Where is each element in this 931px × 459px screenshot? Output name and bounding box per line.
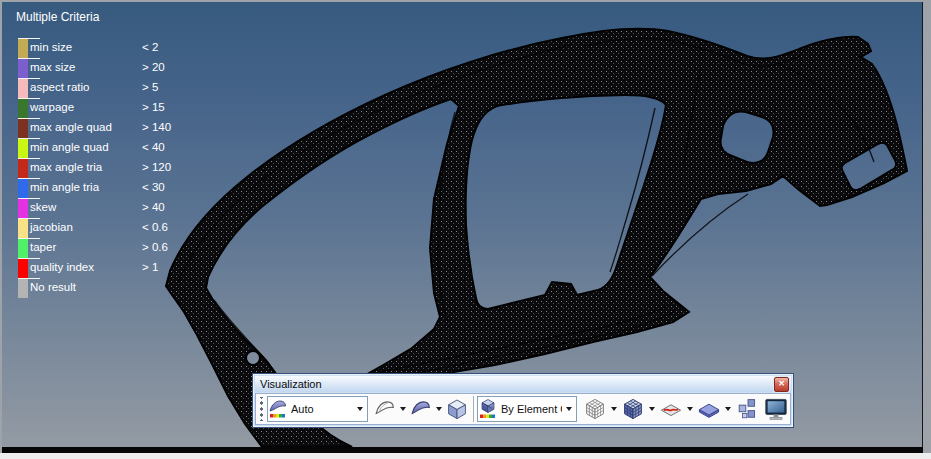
- entity-color-value: By Element Qu: [498, 403, 562, 415]
- legend-value: > 140: [142, 121, 171, 133]
- wireframe-surface-icon: [373, 398, 397, 420]
- legend-row: max size > 20: [18, 58, 233, 78]
- legend-row: No result: [18, 278, 233, 298]
- legend-label: min size: [30, 41, 72, 53]
- legend-label: min angle tria: [30, 181, 99, 193]
- legend-swatch: [18, 39, 28, 58]
- legend-title: Multiple Criteria: [16, 10, 99, 24]
- close-button[interactable]: ✕: [774, 377, 789, 392]
- legend-row: jacobian < 0.6: [18, 218, 233, 238]
- legend-row: max angle quad > 140: [18, 118, 233, 138]
- blue-plate-icon: [696, 397, 722, 421]
- chevron-down-icon: [649, 407, 655, 411]
- legend-value: > 1: [142, 261, 158, 273]
- close-icon: ✕: [778, 379, 785, 388]
- chevron-down-icon: [687, 407, 693, 411]
- visualization-window: Visualization ✕ Auto: [252, 373, 794, 428]
- colored-cube-rainbow-icon: [478, 398, 498, 420]
- chevron-down-icon: [400, 407, 406, 411]
- legend-row: quality index > 1: [18, 258, 233, 278]
- legend-swatch: [18, 59, 28, 78]
- shell-plate-dropdown[interactable]: [723, 397, 733, 421]
- legend-value: > 120: [142, 161, 171, 173]
- legend-label: max size: [30, 61, 75, 73]
- visualization-toolbar: Auto: [255, 393, 791, 425]
- quality-criteria-legend: min size < 2 max size > 20 aspect ratio …: [18, 38, 233, 298]
- legend-value: < 40: [142, 141, 165, 153]
- shaded-cube-icon: [445, 397, 469, 421]
- shaded-elements-dropdown[interactable]: [647, 397, 657, 421]
- legend-swatch: [18, 139, 28, 158]
- screen-render-button[interactable]: [763, 397, 789, 421]
- drag-handle[interactable]: [259, 397, 264, 421]
- chevron-down-icon: [436, 407, 442, 411]
- legend-row: max angle tria > 120: [18, 158, 233, 178]
- red-feature-line-plate-icon: [658, 397, 684, 421]
- legend-row: aspect ratio > 5: [18, 78, 233, 98]
- toolbar-separator: [473, 396, 474, 422]
- legend-swatch: [18, 179, 28, 198]
- wireframe-surface-dropdown[interactable]: [398, 397, 408, 421]
- wireframe-elements-button[interactable]: [581, 397, 609, 421]
- wireframe-elements-dropdown[interactable]: [609, 397, 619, 421]
- chevron-down-icon[interactable]: [357, 407, 363, 411]
- legend-label: jacobian: [30, 221, 73, 233]
- legend-value: < 0.6: [142, 221, 168, 233]
- feature-lines-button[interactable]: [657, 397, 685, 421]
- shaded-surface-icon: [409, 398, 433, 420]
- legend-swatch: [18, 79, 28, 98]
- feature-lines-dropdown[interactable]: [685, 397, 695, 421]
- legend-value: > 0.6: [142, 241, 168, 253]
- legend-value: > 20: [142, 61, 165, 73]
- scattered-cubes-icon: [737, 398, 759, 420]
- legend-row: warpage > 15: [18, 98, 233, 118]
- monitor-icon: [764, 397, 788, 421]
- legend-value: > 40: [142, 201, 165, 213]
- chevron-down-icon[interactable]: [566, 407, 572, 411]
- legend-label: skew: [30, 201, 56, 213]
- legend-value: < 30: [142, 181, 165, 193]
- shaded-surface-button[interactable]: [408, 397, 434, 421]
- wireframe-surface-button[interactable]: [372, 397, 398, 421]
- legend-swatch: [18, 279, 28, 298]
- legend-swatch: [18, 239, 28, 258]
- application-window: Multiple Criteria min size < 2 max size …: [0, 0, 931, 459]
- shaded-surface-dropdown[interactable]: [434, 397, 444, 421]
- legend-row: min angle quad < 40: [18, 138, 233, 158]
- legend-label: aspect ratio: [30, 81, 89, 93]
- shading-mode-value: Auto: [288, 403, 353, 415]
- solid-view-button[interactable]: [444, 397, 470, 421]
- chevron-down-icon: [611, 407, 617, 411]
- shading-mode-combo[interactable]: Auto: [267, 396, 368, 422]
- legend-swatch: [18, 99, 28, 118]
- legend-label: warpage: [30, 101, 74, 113]
- legend-label: No result: [30, 281, 76, 293]
- legend-label: taper: [30, 241, 56, 253]
- legend-label: quality index: [30, 261, 94, 273]
- legend-row: taper > 0.6: [18, 238, 233, 258]
- legend-swatch: [18, 199, 28, 218]
- shaded-grid-cube-icon: [620, 397, 646, 421]
- chevron-down-icon: [725, 407, 731, 411]
- entity-color-combo[interactable]: By Element Qu: [477, 396, 577, 422]
- legend-row: skew > 40: [18, 198, 233, 218]
- legend-swatch: [18, 119, 28, 138]
- visualization-titlebar[interactable]: Visualization ✕: [255, 376, 791, 392]
- scattered-entities-button[interactable]: [736, 397, 760, 421]
- legend-label: max angle quad: [30, 121, 112, 133]
- shaded-elements-button[interactable]: [619, 397, 647, 421]
- legend-row: min angle tria < 30: [18, 178, 233, 198]
- window-bottom-frame: [0, 453, 931, 459]
- legend-swatch: [18, 159, 28, 178]
- legend-row: min size < 2: [18, 38, 233, 58]
- legend-swatch: [18, 259, 28, 278]
- legend-label: min angle quad: [30, 141, 109, 153]
- legend-value: > 5: [142, 81, 158, 93]
- visualization-title: Visualization: [255, 378, 322, 390]
- legend-value: > 15: [142, 101, 165, 113]
- wireframe-grid-cube-icon: [582, 397, 608, 421]
- shell-plate-button[interactable]: [695, 397, 723, 421]
- legend-label: max angle tria: [30, 161, 102, 173]
- legend-value: < 2: [142, 41, 158, 53]
- shaded-surface-rainbow-icon: [268, 398, 288, 420]
